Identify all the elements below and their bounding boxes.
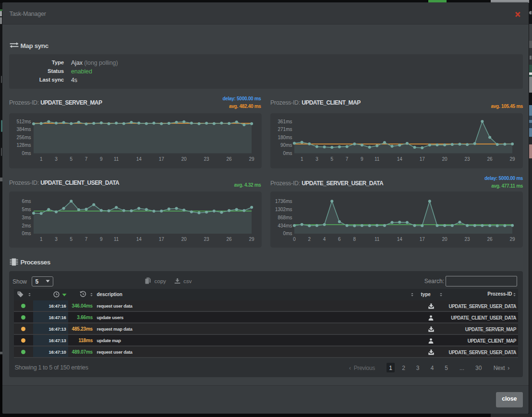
svg-text:5: 5 [331, 156, 334, 162]
svg-text:9: 9 [100, 237, 103, 242]
svg-text:1736ms: 1736ms [275, 199, 292, 204]
svg-text:3: 3 [55, 156, 58, 162]
svg-text:9: 9 [100, 156, 103, 162]
svg-text:26: 26 [227, 237, 232, 242]
svg-text:29: 29 [510, 156, 516, 162]
svg-text:0ms: 0ms [283, 151, 292, 156]
svg-text:1: 1 [40, 156, 43, 162]
svg-text:6ms: 6ms [22, 199, 31, 204]
svg-text:29: 29 [249, 237, 255, 242]
svg-text:26: 26 [227, 156, 232, 162]
svg-text:128ms: 128ms [16, 143, 31, 148]
svg-text:23: 23 [204, 237, 210, 242]
svg-text:8: 8 [353, 237, 356, 242]
svg-text:7: 7 [346, 156, 349, 162]
svg-text:26: 26 [487, 237, 493, 242]
svg-text:1: 1 [40, 237, 43, 242]
svg-text:11: 11 [114, 237, 119, 242]
svg-text:5ms: 5ms [22, 207, 31, 212]
svg-text:11: 11 [114, 156, 119, 162]
svg-text:4: 4 [323, 237, 326, 242]
svg-text:0ms: 0ms [22, 231, 31, 236]
svg-text:1302ms: 1302ms [275, 207, 292, 212]
svg-text:14: 14 [397, 156, 403, 162]
svg-text:512ms: 512ms [16, 119, 31, 124]
svg-text:6: 6 [338, 237, 341, 242]
svg-text:180ms: 180ms [278, 135, 292, 140]
svg-text:26: 26 [487, 156, 493, 162]
svg-text:14: 14 [397, 237, 403, 242]
svg-text:17: 17 [159, 237, 165, 242]
svg-text:20: 20 [442, 237, 448, 242]
svg-text:90ms: 90ms [280, 143, 292, 148]
svg-text:434ms: 434ms [278, 223, 292, 228]
svg-text:23: 23 [465, 156, 471, 162]
svg-text:23: 23 [465, 237, 471, 242]
svg-text:2ms: 2ms [22, 223, 31, 228]
svg-text:20: 20 [442, 156, 448, 162]
svg-text:7: 7 [85, 237, 88, 242]
svg-text:7: 7 [85, 156, 88, 162]
svg-text:3: 3 [315, 156, 318, 162]
svg-text:2: 2 [308, 237, 311, 242]
svg-text:20: 20 [181, 237, 187, 242]
svg-text:11: 11 [375, 237, 380, 242]
svg-text:23: 23 [204, 156, 210, 162]
svg-text:17: 17 [159, 156, 165, 162]
svg-text:256ms: 256ms [16, 135, 31, 140]
svg-text:271ms: 271ms [278, 127, 292, 132]
svg-text:11: 11 [375, 156, 380, 162]
svg-text:20: 20 [181, 156, 187, 162]
svg-text:9: 9 [361, 156, 363, 162]
svg-text:3ms: 3ms [22, 215, 31, 220]
svg-text:1: 1 [301, 156, 303, 162]
svg-text:361ms: 361ms [278, 119, 292, 124]
svg-text:868ms: 868ms [278, 215, 292, 220]
svg-text:29: 29 [249, 156, 255, 162]
svg-text:0: 0 [293, 237, 296, 242]
svg-text:5: 5 [70, 156, 73, 162]
svg-text:5: 5 [70, 237, 73, 242]
svg-text:384ms: 384ms [16, 127, 31, 132]
svg-text:17: 17 [420, 156, 425, 162]
svg-text:0ms: 0ms [283, 231, 292, 236]
svg-text:14: 14 [136, 237, 142, 242]
svg-text:14: 14 [136, 156, 142, 162]
svg-text:17: 17 [420, 237, 425, 242]
svg-text:3: 3 [55, 237, 58, 242]
svg-text:29: 29 [510, 237, 516, 242]
svg-text:0ms: 0ms [22, 151, 31, 156]
